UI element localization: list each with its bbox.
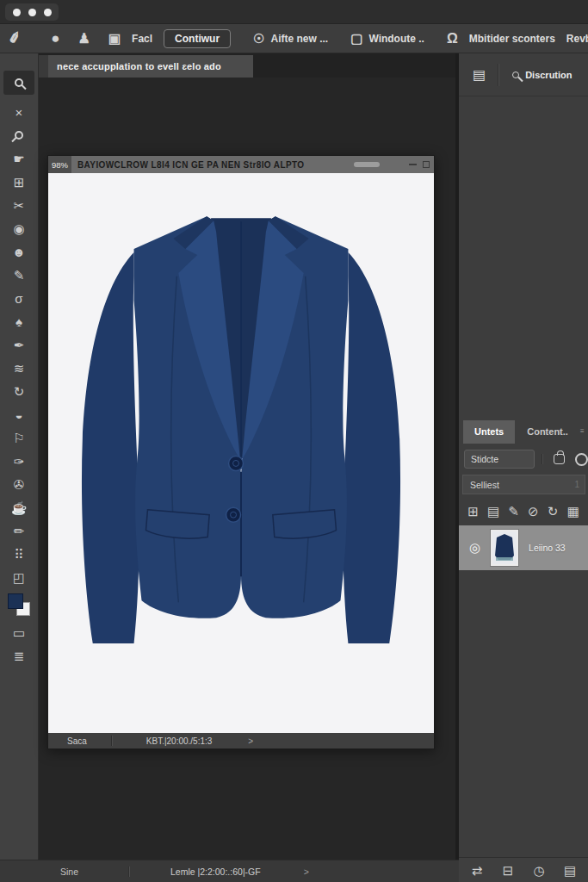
transform-icon[interactable]: ⊞: [6, 175, 32, 189]
workspace: 98% BAYIOWCLROW L8I4 ICN GE PA NEN Str8I…: [39, 78, 457, 860]
document-window-title: BAYIOWCLROW L8I4 ICN GE PA NEN Str8IO AL…: [71, 160, 354, 170]
status-left-label: Saca: [67, 736, 87, 746]
color-swatches[interactable]: [8, 593, 30, 616]
app-statusbar: Sine Lemle |2:2:00:.:60|-GF >: [0, 860, 459, 882]
statusbar-expand-chevron[interactable]: >: [304, 866, 309, 877]
panel-field-row: Stidcte: [459, 448, 588, 470]
move-handle-icon[interactable]: ⊞: [467, 504, 479, 518]
window-close-button[interactable]: [13, 9, 21, 16]
paperclip-icon[interactable]: ✇: [6, 477, 32, 491]
window-controls: [5, 3, 59, 21]
maximize-icon[interactable]: [423, 161, 430, 168]
pen-swoosh-icon[interactable]: ✒: [6, 338, 32, 351]
circle-icon[interactable]: [575, 453, 588, 466]
tab-corner: [39, 55, 48, 78]
dropdown-value: Selliest: [470, 480, 499, 490]
layer-visibility-toggle[interactable]: ◎: [469, 540, 480, 556]
zoom-icon[interactable]: [6, 128, 32, 142]
windoute-menu-item[interactable]: Windoute ..: [368, 33, 424, 45]
panel-header: ▤ Discrution: [459, 53, 588, 96]
marquee-icon[interactable]: ▭: [6, 625, 32, 639]
tab-options-icon[interactable]: ≡: [580, 428, 585, 434]
facl-menu-label[interactable]: Facl: [132, 33, 152, 45]
fountain-pen-icon[interactable]: ✑: [6, 454, 32, 468]
lasso-circle-icon[interactable]: ☉: [253, 32, 264, 45]
dropdown-marker: 1: [574, 480, 579, 489]
panel-tool-row: ⊞▤✎⊘↻▦: [459, 500, 588, 522]
window-maximize-button[interactable]: [44, 9, 52, 16]
window-square-icon[interactable]: ▢: [350, 32, 362, 45]
header-divider: [498, 64, 498, 86]
panel-search[interactable]: Discrution: [512, 70, 572, 80]
search-icon: [15, 78, 23, 87]
flag-tool-icon[interactable]: ⚐: [6, 431, 32, 444]
minus-box-icon[interactable]: ⊟: [495, 863, 521, 877]
contiwur-dropdown[interactable]: Contiwur: [164, 29, 231, 48]
close-icon[interactable]: ×: [6, 105, 32, 119]
power-icon[interactable]: ◷: [526, 863, 552, 877]
document-tab-title: nece accupplation to evell ɛelo ado: [57, 61, 221, 71]
titlebar-handle[interactable]: [354, 162, 380, 167]
field-divider: [542, 454, 542, 464]
rotate-tool-icon[interactable]: ↻: [6, 384, 32, 398]
panel-icon[interactable]: ▤: [473, 68, 486, 82]
window-minimize-button[interactable]: [28, 9, 36, 16]
search-tool-active[interactable]: [3, 71, 34, 95]
aifte-menu-item[interactable]: Aifte new ...: [271, 33, 329, 45]
minimize-icon[interactable]: [409, 164, 417, 165]
swap-arrows-icon[interactable]: ⇄: [464, 863, 490, 877]
blazer-image: [48, 173, 434, 733]
tool-group-main: ☛⊞✂◉☻✎σ♠✒≋↻◒⚐✑✇☕✏⠿◰: [6, 152, 32, 584]
pen-icon[interactable]: ✎: [508, 504, 519, 518]
tool-group-bottom: ▭≣: [6, 625, 32, 662]
stidcte-input[interactable]: Stidcte: [464, 450, 535, 469]
bucket-tool-icon[interactable]: ☕: [6, 500, 32, 514]
patch-tool-icon[interactable]: ◒: [6, 407, 32, 421]
selliest-dropdown[interactable]: Selliest 1: [462, 475, 585, 494]
tab-untets[interactable]: Untets: [463, 420, 515, 444]
tab-content[interactable]: Content..: [515, 426, 580, 437]
adjust-lines-icon[interactable]: ≣: [6, 649, 32, 662]
mbitider-menu-item[interactable]: Mbitider sconters: [469, 33, 555, 45]
statusbar-info: Lemle |2:2:00:.:60|-GF: [170, 866, 261, 877]
pencil-tool-icon[interactable]: ✏: [6, 524, 32, 537]
status-expand-chevron[interactable]: >: [248, 736, 253, 746]
layer-row[interactable]: ◎ Leiino 33: [459, 525, 588, 570]
foreground-color-swatch[interactable]: [8, 593, 23, 609]
document-statusbar: Saca KBT.|20:00./5:1:3 >: [48, 733, 434, 748]
options-bar: ✐ ● ♟ ▣ Facl Contiwur ☉ Aifte new ... ▢ …: [0, 24, 588, 53]
mask-icon[interactable]: ⊘: [528, 504, 539, 518]
clone-stamp-icon[interactable]: ◉: [6, 221, 32, 235]
lasso-icon[interactable]: Ω: [447, 32, 458, 46]
briefcase-icon[interactable]: ▦: [567, 504, 579, 518]
image-panel-icon[interactable]: ▣: [108, 32, 121, 45]
loop-tool-icon[interactable]: σ: [6, 291, 32, 305]
layers-stack-icon[interactable]: ≋: [6, 361, 32, 375]
notes-icon[interactable]: ▤: [557, 863, 583, 877]
brush-icon[interactable]: ✎: [6, 268, 32, 282]
user-icon[interactable]: ☻: [6, 245, 32, 258]
blob-icon[interactable]: ●: [51, 31, 59, 46]
document-tab[interactable]: nece accupplation to evell ɛelo ado: [48, 55, 253, 78]
revbort-menu-item[interactable]: Revbort: [566, 33, 588, 45]
search-label: Discrution: [525, 70, 572, 80]
document-window-titlebar[interactable]: 98% BAYIOWCLROW L8I4 ICN GE PA NEN Str8I…: [48, 156, 434, 173]
document-window: 98% BAYIOWCLROW L8I4 ICN GE PA NEN Str8I…: [47, 155, 435, 749]
stamp-tool-icon[interactable]: ♠: [6, 314, 32, 328]
hand-icon[interactable]: ☛: [6, 152, 32, 165]
layer-name[interactable]: Leiino 33: [529, 543, 566, 553]
zoom-level-badge: 98%: [48, 156, 71, 173]
tool-palette: × ☛⊞✂◉☻✎σ♠✒≋↻◒⚐✑✇☕✏⠿◰ ▭≣: [0, 53, 39, 882]
basket-icon[interactable]: [554, 454, 565, 464]
refresh-frame-icon[interactable]: ↻: [548, 504, 559, 518]
layers-icon[interactable]: ▤: [487, 504, 499, 518]
canvas-image[interactable]: [48, 173, 434, 733]
swap-squares-icon[interactable]: ◰: [6, 570, 32, 584]
layer-thumbnail[interactable]: [491, 530, 518, 566]
grid-dots-icon[interactable]: ⠿: [6, 547, 32, 561]
stand-icon[interactable]: ♟: [78, 32, 90, 46]
statusbar-divider: [128, 866, 129, 877]
scissors-icon[interactable]: ✂: [6, 198, 32, 212]
status-info: KBT.|20:00./5:1:3: [146, 736, 213, 746]
panel-tabs: Untets Content.. ≡: [459, 419, 588, 444]
